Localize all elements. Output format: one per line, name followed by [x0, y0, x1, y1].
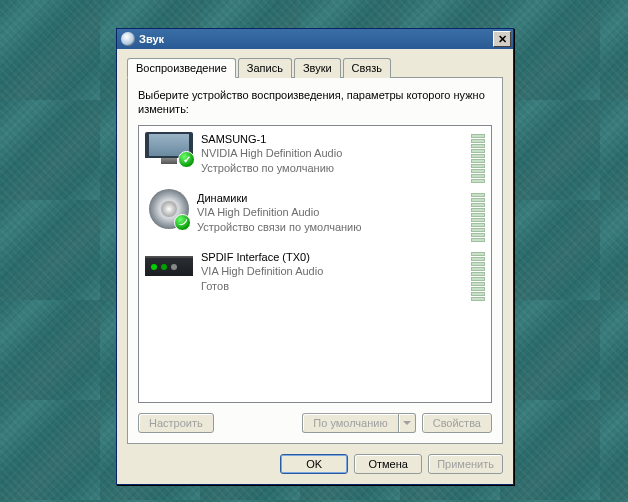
default-check-badge-icon: ✓	[178, 151, 195, 168]
window-title: Звук	[139, 33, 493, 45]
set-default-button[interactable]: По умолчанию	[302, 413, 398, 433]
instruction-text: Выберите устройство воспроизведения, пар…	[138, 88, 492, 117]
device-name: SAMSUNG-1	[201, 132, 465, 147]
tab-communications[interactable]: Связь	[343, 58, 391, 78]
device-name: Динамики	[197, 191, 465, 206]
device-status: Готов	[201, 279, 465, 294]
sound-icon	[121, 32, 135, 46]
set-default-dropdown[interactable]	[399, 413, 416, 433]
ok-button[interactable]: OK	[280, 454, 348, 474]
dialog-button-row: OK Отмена Применить	[127, 454, 503, 474]
device-item[interactable]: SPDIF Interface (TX0) VIA High Definitio…	[139, 246, 491, 305]
client-area: Воспроизведение Запись Звуки Связь Выбер…	[117, 49, 513, 484]
tab-strip: Воспроизведение Запись Звуки Связь	[127, 57, 503, 77]
panel-button-row: Настроить По умолчанию Свойства	[138, 413, 492, 433]
device-item[interactable]: Динамики VIA High Definition Audio Устро…	[139, 187, 491, 246]
tab-playback[interactable]: Воспроизведение	[127, 58, 236, 78]
device-status: Устройство связи по умолчанию	[197, 220, 465, 235]
cancel-button[interactable]: Отмена	[354, 454, 422, 474]
properties-button[interactable]: Свойства	[422, 413, 492, 433]
configure-button[interactable]: Настроить	[138, 413, 214, 433]
tab-sounds[interactable]: Звуки	[294, 58, 341, 78]
speaker-icon	[149, 189, 189, 229]
device-item[interactable]: ✓ SAMSUNG-1 NVIDIA High Definition Audio…	[139, 128, 491, 187]
device-driver: NVIDIA High Definition Audio	[201, 146, 465, 161]
level-meter	[471, 134, 485, 183]
set-default-split-button[interactable]: По умолчанию	[302, 413, 415, 433]
titlebar[interactable]: Звук ✕	[117, 29, 513, 49]
level-meter	[471, 193, 485, 242]
device-text: SAMSUNG-1 NVIDIA High Definition Audio У…	[201, 132, 465, 177]
sound-dialog: Звук ✕ Воспроизведение Запись Звуки Связ…	[116, 28, 514, 485]
device-text: Динамики VIA High Definition Audio Устро…	[197, 191, 465, 236]
tab-recording[interactable]: Запись	[238, 58, 292, 78]
device-text: SPDIF Interface (TX0) VIA High Definitio…	[201, 250, 465, 295]
close-button[interactable]: ✕	[493, 31, 511, 47]
device-driver: VIA High Definition Audio	[197, 205, 465, 220]
device-name: SPDIF Interface (TX0)	[201, 250, 465, 265]
default-comm-badge-icon	[174, 214, 191, 231]
spdif-icon	[145, 250, 193, 284]
monitor-icon: ✓	[145, 132, 193, 166]
device-list[interactable]: ✓ SAMSUNG-1 NVIDIA High Definition Audio…	[138, 125, 492, 403]
apply-button[interactable]: Применить	[428, 454, 503, 474]
device-status: Устройство по умолчанию	[201, 161, 465, 176]
level-meter	[471, 252, 485, 301]
device-driver: VIA High Definition Audio	[201, 264, 465, 279]
tab-panel-playback: Выберите устройство воспроизведения, пар…	[127, 77, 503, 444]
